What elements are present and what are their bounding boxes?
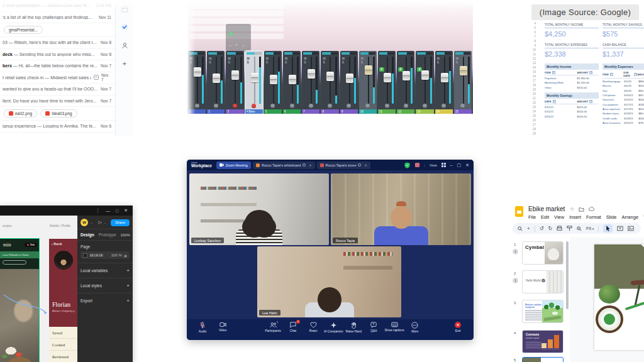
channel-strip[interactable]: E11 bbox=[378, 51, 396, 114]
fader-handle[interactable] bbox=[289, 75, 296, 84]
star-icon[interactable]: ☆ bbox=[570, 206, 574, 212]
color-hex[interactable]: 1E1E1E bbox=[89, 253, 103, 257]
mute-solo-buttons[interactable]: MS bbox=[304, 57, 306, 64]
channel-strip[interactable]: MS14 bbox=[435, 51, 453, 114]
avatar[interactable]: W bbox=[80, 219, 88, 226]
toolbar-raise-hand[interactable]: Raise Hand bbox=[344, 322, 363, 333]
toolbar-chat[interactable]: Chat9 bbox=[284, 322, 303, 332]
mute-solo-buttons[interactable]: MS bbox=[190, 57, 192, 64]
record-arm-button[interactable] bbox=[423, 104, 427, 108]
menu-edit[interactable]: Edit bbox=[541, 214, 549, 220]
menu-insert[interactable]: Insert bbox=[569, 214, 581, 220]
toolbar-q-a[interactable]: ?Q&A bbox=[364, 322, 383, 332]
email-row[interactable]: wanted to give you a heads-up that I'll … bbox=[0, 84, 115, 96]
mute-solo-buttons[interactable]: MS bbox=[437, 57, 440, 64]
mute-solo-buttons[interactable]: MS bbox=[456, 57, 458, 64]
fader-handle[interactable] bbox=[365, 65, 372, 75]
email-row[interactable]: ignup experience — Looping in Annika. Th… bbox=[0, 121, 115, 133]
tab-design[interactable]: Design bbox=[80, 233, 94, 237]
zoom-tab[interactable]: Rocco Tapia's whiteboard✕ bbox=[253, 162, 315, 169]
contacts-icon[interactable] bbox=[121, 41, 128, 49]
color-swatch[interactable] bbox=[83, 253, 87, 258]
channel-name-label[interactable]: 7 bbox=[302, 109, 319, 114]
channel-name-label[interactable]: 10 bbox=[359, 109, 377, 114]
fader-handle[interactable] bbox=[251, 73, 258, 82]
security-shield-icon[interactable] bbox=[404, 162, 410, 168]
mute-solo-buttons[interactable]: MS bbox=[266, 57, 269, 64]
email-row[interactable]: bers — Hi, all—the table below contains … bbox=[0, 60, 115, 72]
slide-thumbnail-4[interactable]: Commutemarket report bbox=[522, 330, 564, 353]
email-row[interactable]: deck — Sending this out to anyone who mi… bbox=[0, 49, 115, 61]
add-icon[interactable]: + bbox=[126, 298, 130, 304]
video-tile-lindsay[interactable]: Lindsay Sanchez bbox=[189, 173, 329, 245]
zoom-tab[interactable]: Zoom Meeting bbox=[216, 162, 251, 169]
slide-thumbnail-2[interactable]: Hello World.🛇 bbox=[522, 270, 564, 293]
close-button[interactable]: ✕ bbox=[465, 163, 469, 168]
record-arm-button[interactable] bbox=[270, 104, 275, 108]
channel-strip[interactable]: MS15 bbox=[454, 51, 472, 114]
tasks-icon[interactable] bbox=[121, 23, 128, 31]
mute-solo-buttons[interactable]: MS bbox=[228, 57, 230, 64]
channel-name-label[interactable]: 12 bbox=[397, 109, 414, 114]
mute-solo-buttons[interactable]: MS bbox=[361, 57, 364, 64]
minimize-button[interactable]: — bbox=[106, 209, 110, 213]
mute-solo-buttons[interactable]: MS bbox=[247, 57, 250, 64]
collapse-icon[interactable]: ⌄ bbox=[242, 43, 245, 47]
channel-strip[interactable]: MS6 bbox=[283, 51, 301, 114]
fader-handle[interactable] bbox=[384, 73, 391, 82]
channel-name-label[interactable]: 9 bbox=[340, 109, 358, 114]
email-row[interactable]: 03 — Ritesh, here's the doc with all the… bbox=[0, 37, 115, 49]
minus-icon[interactable]: – bbox=[229, 43, 231, 47]
profile-frame[interactable]: ‹ Back Florian Always chopping g... Save… bbox=[49, 239, 77, 362]
record-arm-button[interactable] bbox=[290, 104, 294, 108]
recipe-frame[interactable]: min live esso-Habañero Salsa bbox=[0, 239, 39, 362]
view-grid-icon[interactable] bbox=[441, 163, 446, 167]
view-button[interactable]: View bbox=[430, 163, 437, 167]
email-row[interactable]: 's a list of all the top challenges and … bbox=[0, 12, 115, 24]
mute-solo-buttons[interactable]: MS bbox=[342, 57, 345, 64]
email-row[interactable]: lient. Do have you have time to meet wit… bbox=[0, 96, 115, 107]
menu-slide[interactable]: Slide bbox=[606, 214, 617, 220]
current-slide[interactable] bbox=[594, 244, 644, 350]
profile-list-item[interactable]: Saved bbox=[49, 327, 77, 339]
toolbar-react[interactable]: React bbox=[304, 322, 323, 332]
attachment-chip[interactable]: ea02.png bbox=[4, 109, 37, 118]
channel-strip[interactable]: MS7 bbox=[302, 51, 319, 114]
fader-handle[interactable] bbox=[441, 73, 448, 82]
maximize-button[interactable]: □ bbox=[116, 209, 118, 213]
page-color-row[interactable]: 1E1E1E 100 % ◉ bbox=[80, 251, 130, 259]
email-row[interactable]: t retail sales check-in — Midwest retail… bbox=[0, 72, 115, 84]
fader-handle[interactable] bbox=[346, 74, 353, 83]
frame-label[interactable]: Mobile / Profile bbox=[50, 224, 70, 228]
channel-name-label[interactable]: 4 Bass bbox=[245, 109, 263, 114]
channel-strip[interactable]: E13 bbox=[416, 51, 433, 114]
tab-close-icon[interactable]: ✕ bbox=[309, 163, 311, 167]
fit-dropdown[interactable]: Fit bbox=[586, 226, 591, 231]
undo-icon[interactable]: ↺ bbox=[540, 226, 544, 231]
channel-name-label[interactable]: 15 bbox=[454, 109, 472, 114]
end-meeting-button[interactable]: ✕End bbox=[448, 322, 467, 332]
menu-file[interactable]: File bbox=[528, 214, 536, 220]
zoom-icon[interactable] bbox=[577, 226, 582, 231]
channel-strip[interactable]: MS1 bbox=[188, 51, 206, 114]
toolbar-more[interactable]: More bbox=[406, 322, 425, 333]
attachment-chip[interactable]: gmaPresentat... bbox=[4, 26, 43, 34]
print-icon[interactable] bbox=[557, 226, 562, 231]
tab-prototype[interactable]: Prototype bbox=[99, 233, 116, 237]
filter-dropdown-icon[interactable]: ▾ bbox=[552, 71, 555, 74]
record-arm-button[interactable] bbox=[328, 104, 332, 108]
select-tool-active[interactable] bbox=[603, 224, 613, 233]
share-button[interactable]: Share bbox=[111, 219, 130, 226]
fader-handle[interactable] bbox=[326, 72, 334, 81]
email-row[interactable]: 0 draft presentation — Jessica Dow said … bbox=[0, 0, 115, 12]
frame-label[interactable]: ecipes bbox=[3, 224, 11, 228]
profile-list-item[interactable]: Reviewed bbox=[49, 351, 77, 362]
profile-list-item[interactable]: Cooked bbox=[49, 339, 77, 351]
mute-solo-buttons[interactable]: MS bbox=[209, 57, 211, 64]
channel-strip[interactable]: MS3 bbox=[226, 51, 243, 114]
filter-dropdown-icon[interactable]: ▾ bbox=[589, 71, 592, 74]
record-arm-button[interactable] bbox=[365, 104, 370, 108]
fader-handle[interactable] bbox=[421, 70, 429, 80]
record-arm-button[interactable] bbox=[195, 104, 199, 108]
video-tile-lea[interactable]: Lea Hahn bbox=[257, 246, 401, 317]
